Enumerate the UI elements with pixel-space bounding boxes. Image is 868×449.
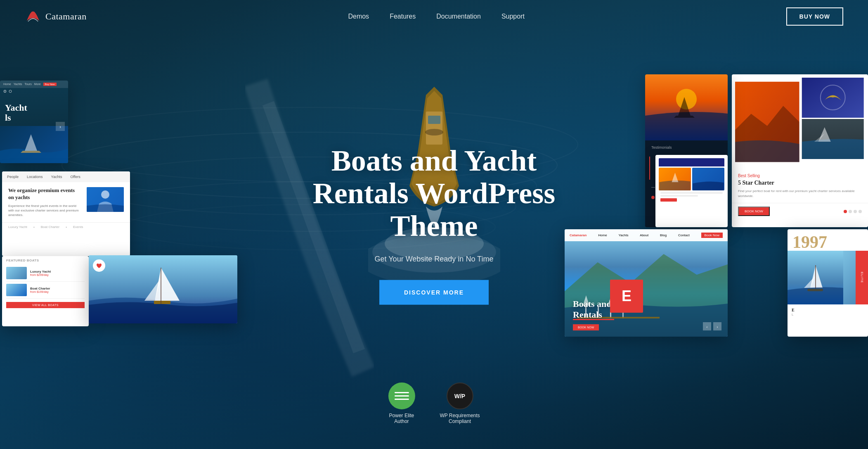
gallery-item-1 xyxy=(735,78,799,166)
card-featured-boats: Featured Boats Luxury Yacht from $299/da… xyxy=(2,256,89,326)
card-right-subtitle: Best Selling xyxy=(738,173,862,178)
buy-now-button[interactable]: BUY NOW xyxy=(786,7,843,26)
view-all-button[interactable]: VIEW ALL BOATS xyxy=(6,302,85,308)
card-events-image xyxy=(87,187,124,212)
card-next-arrow[interactable]: › xyxy=(56,122,65,131)
card-demo-thumbnails xyxy=(655,155,728,227)
nav-demos[interactable]: Demos xyxy=(348,13,369,20)
gallery-item-2 xyxy=(801,78,865,118)
text-line-1 xyxy=(660,192,723,194)
marina-prev-arrow[interactable]: ‹ xyxy=(703,322,711,330)
logo-icon xyxy=(25,8,41,25)
testimonial-header: Testimonials xyxy=(645,140,728,154)
main-nav: Demos Features Documentation Support xyxy=(348,13,525,20)
boat-name-1: Luxury Yacht xyxy=(30,270,85,273)
svg-rect-40 xyxy=(394,399,409,400)
featured-boats-label: Featured Boats xyxy=(2,256,89,265)
boat-price-1: from $299/day xyxy=(30,273,85,276)
card-yacht-title: Yachtls xyxy=(5,103,63,123)
year-number: 1997 xyxy=(788,229,868,251)
badge-wp-requirements: W/P WP RequirementsCompliant xyxy=(440,382,480,424)
bottom-badges: Power EliteAuthor W/P WP RequirementsCom… xyxy=(388,382,480,424)
marina-next-arrow[interactable]: › xyxy=(713,322,721,330)
svg-rect-39 xyxy=(394,395,409,397)
gallery-grid xyxy=(732,74,868,169)
sailboat-image xyxy=(89,255,237,323)
boat-thumb-2 xyxy=(6,284,27,296)
boat-row-1: Luxury Yacht from $299/day xyxy=(6,265,85,282)
badge-power-elite: Power EliteAuthor xyxy=(388,382,415,424)
card-events-nav: PeopleLocationsYachtsOffers xyxy=(2,171,130,182)
svg-point-13 xyxy=(9,90,12,93)
svg-rect-22 xyxy=(802,78,863,118)
card-events: PeopleLocationsYachtsOffers We organize … xyxy=(2,171,130,256)
elementor-badge: E xyxy=(610,280,643,313)
hero-content: Boats and Yacht Rentals WordPress Theme … xyxy=(290,144,579,305)
text-line-2 xyxy=(660,195,698,197)
svg-point-16 xyxy=(101,190,109,199)
card-events-bottom: Luxury Yacht • Boat Charter • Events xyxy=(2,222,130,231)
power-elite-label: Power EliteAuthor xyxy=(389,413,414,424)
mini-demo-grid xyxy=(659,168,724,190)
card-events-desc: Experience the finest yacht events in th… xyxy=(8,204,82,218)
wp-requirements-label: WP RequirementsCompliant xyxy=(440,413,480,424)
logo-text: Catamaran xyxy=(45,11,87,22)
mini-demo-header xyxy=(659,158,724,166)
site-header: Catamaran Demos Features Documentation S… xyxy=(0,0,868,33)
card-yacht-dark: HomeYachtsToursMore Buy Now Yachtls › xyxy=(0,81,68,163)
nav-features[interactable]: Features xyxy=(390,13,416,20)
card-right-text: Best Selling 5 Star Charter Find your pe… xyxy=(732,169,868,203)
boat-thumb-1 xyxy=(6,267,27,279)
card-1997: 1997 ELITE E L xyxy=(788,229,868,337)
mini-demo-text xyxy=(659,190,724,203)
svg-rect-18 xyxy=(154,301,170,304)
boat-price-2: from $199/day xyxy=(30,290,85,293)
card-sailboat xyxy=(89,255,237,323)
mini-demo-content xyxy=(655,155,728,207)
power-elite-icon xyxy=(388,382,415,409)
hero-title: Boats and Yacht Rentals WordPress Theme xyxy=(290,144,579,242)
demo-img-1 xyxy=(659,168,691,190)
marina-image: Catamaran HomeYachtsAboutBlogContact Boo… xyxy=(565,229,728,337)
mini-book-btn xyxy=(660,198,677,202)
card-right-heading: 5 Star Charter xyxy=(738,180,862,186)
elementor-icon: E xyxy=(622,287,631,305)
card-right-actions: BOOK NOW xyxy=(732,203,868,219)
boat-name-2: Boat Charter xyxy=(30,287,85,290)
marina-header-overlay: Catamaran HomeYachtsAboutBlogContact Boo… xyxy=(565,229,728,241)
card-right-gallery: Best Selling 5 Star Charter Find your pe… xyxy=(732,74,868,227)
hero-subtitle: Get Your Website Ready in No Time xyxy=(290,255,579,264)
boat-row-2: Boat Charter from $199/day xyxy=(6,282,85,299)
logo[interactable]: Catamaran xyxy=(25,8,87,25)
card-events-title: We organize premium events on yachts xyxy=(8,187,82,201)
wp-requirements-icon: W/P xyxy=(447,382,473,409)
book-now-button[interactable]: BOOK NOW xyxy=(738,207,770,216)
card-1997-image: ELITE xyxy=(788,251,868,304)
gallery-item-3 xyxy=(801,119,865,159)
card-right-desc: Find your perfect boat for rent with our… xyxy=(738,189,862,199)
svg-point-10 xyxy=(425,129,443,135)
svg-rect-38 xyxy=(394,392,409,393)
card-nav-top-left: HomeYachtsToursMore Buy Now xyxy=(0,81,68,88)
card-1997-side-text: ELITE xyxy=(856,251,868,304)
marina-arrows: ‹ › xyxy=(703,322,721,330)
nav-support[interactable]: Support xyxy=(501,13,525,20)
dot-1 xyxy=(651,196,655,199)
discover-more-button[interactable]: DISCOVER MORE xyxy=(379,280,489,305)
demo-img-2 xyxy=(692,168,724,190)
boat-list: Luxury Yacht from $299/day Boat Charter … xyxy=(2,265,89,299)
nav-documentation[interactable]: Documentation xyxy=(436,13,481,20)
card-marina-demo: Catamaran HomeYachtsAboutBlogContact Boo… xyxy=(565,229,728,337)
svg-rect-9 xyxy=(428,116,440,124)
marina-cta-button[interactable]: BOOK NOW xyxy=(573,324,599,330)
